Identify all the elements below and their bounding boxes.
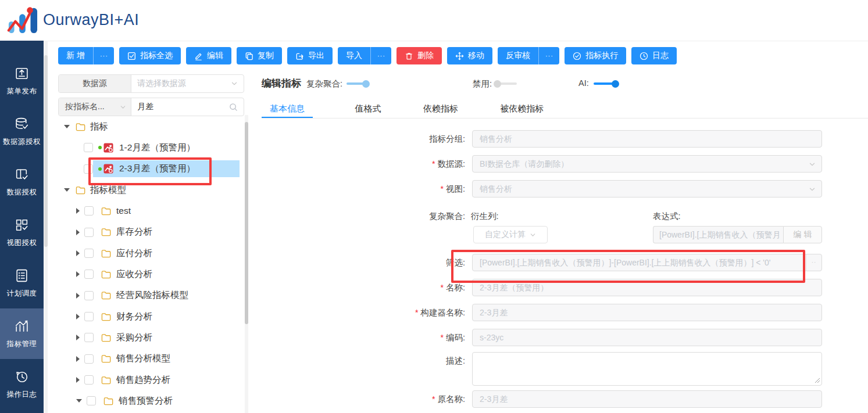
code-input[interactable]: s-23yc: [472, 329, 822, 346]
search-input[interactable]: 月差: [131, 98, 244, 116]
tree-item-label[interactable]: 经营风险指标模型: [116, 289, 188, 301]
sidebar-item-metrics-management[interactable]: 指标管理: [0, 308, 44, 359]
caret-right-icon[interactable]: [76, 314, 80, 319]
description-textarea[interactable]: [472, 352, 822, 386]
original-name-input[interactable]: 2-3月差: [472, 390, 822, 408]
caret-down-icon[interactable]: [76, 399, 82, 403]
tree-folder-risk-model[interactable]: 经营风险指标模型: [58, 285, 244, 306]
tree-checkbox[interactable]: [84, 228, 94, 237]
sidebar-item-menu-publish[interactable]: 菜单发布: [0, 56, 44, 106]
datasource-select[interactable]: 请选择数据源: [131, 75, 244, 92]
import-button[interactable]: 导入 ···: [338, 47, 391, 64]
tree-item-label[interactable]: 指标: [90, 121, 108, 133]
sidebar-item-datasource-auth[interactable]: 数据源授权: [0, 106, 44, 157]
tree-metric-1-2[interactable]: 1-2月差（预警用）: [58, 137, 244, 158]
tree-item-label[interactable]: 销售分析模型: [116, 353, 170, 365]
add-more-menu[interactable]: ···: [93, 47, 108, 64]
tree-checkbox[interactable]: [84, 164, 93, 174]
tree-item-label[interactable]: 指标模型: [90, 184, 126, 196]
tree-item-label[interactable]: 采购分析: [116, 332, 152, 344]
tree-item-label[interactable]: 销售预警分析: [119, 395, 173, 407]
sidebar-item-operation-log[interactable]: 操作日志: [0, 359, 44, 410]
tab-basic-info[interactable]: 基本信息: [262, 102, 313, 118]
tree-folder-sales-model[interactable]: 销售分析模型: [58, 349, 244, 369]
tree-item-label[interactable]: 库存分析: [116, 226, 152, 238]
tree-folder-metric-models[interactable]: 指标模型: [58, 179, 244, 200]
sidebar-item-schedule[interactable]: 计划调度: [0, 258, 44, 308]
tab-depended-metrics[interactable]: 被依赖指标: [500, 102, 544, 118]
filter-more-button[interactable]: ··: [806, 254, 821, 271]
tree-folder-receivable[interactable]: 应收分析: [58, 264, 244, 285]
tree-scrollbar-thumb[interactable]: [245, 122, 248, 324]
caret-right-icon[interactable]: [76, 271, 80, 277]
tab-dependent-metrics[interactable]: 依赖指标: [423, 102, 458, 118]
tree-checkbox[interactable]: [84, 312, 94, 321]
disable-toggle[interactable]: [495, 80, 517, 88]
metric-execute-button[interactable]: 指标执行: [565, 47, 626, 64]
datasource-select[interactable]: BI数据仓库（请勿删除）: [472, 155, 822, 173]
caret-right-icon[interactable]: [76, 377, 80, 383]
page-scrollbar-thumb[interactable]: [44, 55, 48, 247]
view-select[interactable]: 销售分析: [472, 180, 822, 197]
delete-button[interactable]: 删除: [397, 47, 442, 64]
tree-folder-purchase[interactable]: 采购分析: [58, 327, 244, 348]
tree-checkbox[interactable]: [84, 206, 94, 216]
tree-item-label[interactable]: test: [116, 206, 131, 216]
expression-edit-button[interactable]: 编 辑: [783, 226, 822, 243]
tree-folder-inventory[interactable]: 库存分析: [58, 222, 244, 243]
tree-item-label[interactable]: 应付分析: [116, 247, 152, 260]
caret-right-icon[interactable]: [76, 229, 80, 235]
tree-checkbox[interactable]: [84, 249, 94, 258]
resize-handle-icon[interactable]: [815, 378, 820, 383]
tree-item-label[interactable]: 财务分析: [116, 311, 152, 323]
unaudit-button[interactable]: 反审核 ···: [498, 47, 559, 64]
caret-right-icon[interactable]: [76, 293, 80, 299]
search-icon[interactable]: [229, 103, 238, 112]
filter-expression-input[interactable]: [PowerBI].[上期销售收入（预警用）]-[PowerBI].[上上期销售…: [472, 254, 822, 271]
builder-name-input[interactable]: 2-3月差: [472, 304, 822, 321]
move-button[interactable]: 移动: [447, 47, 492, 64]
tree-item-label[interactable]: 销售趋势分析: [116, 374, 170, 386]
complex-aggregation-toggle[interactable]: [347, 80, 369, 88]
tree-checkbox[interactable]: [84, 143, 93, 152]
name-input[interactable]: 2-3月差（预警用）: [472, 279, 822, 296]
import-more-menu[interactable]: ···: [370, 47, 385, 64]
tree-checkbox[interactable]: [84, 270, 94, 279]
unaudit-more-menu[interactable]: ···: [538, 47, 553, 64]
caret-right-icon[interactable]: [76, 250, 80, 256]
tab-value-format[interactable]: 值格式: [355, 102, 381, 118]
add-button[interactable]: 新 增 ···: [58, 47, 114, 64]
tree-folder-sales-trend[interactable]: 销售趋势分析: [58, 369, 244, 390]
tree-checkbox[interactable]: [87, 396, 96, 405]
tree-item-label[interactable]: 2-3月差（预警用）: [119, 163, 195, 175]
copy-button[interactable]: 复制: [237, 47, 282, 64]
tree-folder-sales-warning[interactable]: 销售预警分析: [58, 390, 244, 411]
caret-down-icon[interactable]: [64, 125, 70, 128]
search-type-select[interactable]: 按指标名...: [59, 98, 131, 116]
tree-item-label[interactable]: 1-2月差（预警用）: [119, 142, 195, 154]
metric-group-input[interactable]: 销售分析: [472, 130, 822, 148]
tree-checkbox[interactable]: [84, 375, 94, 385]
caret-right-icon[interactable]: [76, 335, 80, 340]
tree-folder-finance[interactable]: 财务分析: [58, 306, 244, 327]
export-button[interactable]: 导出: [287, 47, 333, 64]
tree-folder-test[interactable]: test: [58, 200, 244, 221]
tree-checkbox[interactable]: [84, 354, 94, 364]
ai-toggle[interactable]: [594, 80, 618, 88]
sidebar-item-data-auth[interactable]: 数据授权: [0, 157, 44, 207]
tree-item-label[interactable]: 应收分析: [116, 268, 152, 281]
tree-folder-payable[interactable]: 应付分析: [58, 243, 244, 264]
log-button[interactable]: 日志: [631, 47, 677, 64]
caret-down-icon[interactable]: [64, 188, 70, 192]
tree-checkbox[interactable]: [84, 291, 94, 300]
select-all-metrics-button[interactable]: 指标全选: [119, 47, 181, 64]
caret-right-icon[interactable]: [76, 208, 80, 214]
caret-right-icon[interactable]: [76, 356, 80, 362]
edit-button[interactable]: 编辑: [186, 47, 231, 64]
tree-metric-2-3-selected[interactable]: 2-3月差（预警用）: [58, 159, 244, 179]
tree-folder-metrics[interactable]: 指标: [58, 116, 244, 137]
sidebar-item-view-auth[interactable]: 视图授权: [0, 207, 44, 258]
derived-column-select[interactable]: 自定义计算: [473, 226, 548, 243]
tree-checkbox[interactable]: [84, 333, 94, 342]
expression-input[interactable]: [PowerBI].[上期销售收入（预警月: [653, 226, 783, 243]
